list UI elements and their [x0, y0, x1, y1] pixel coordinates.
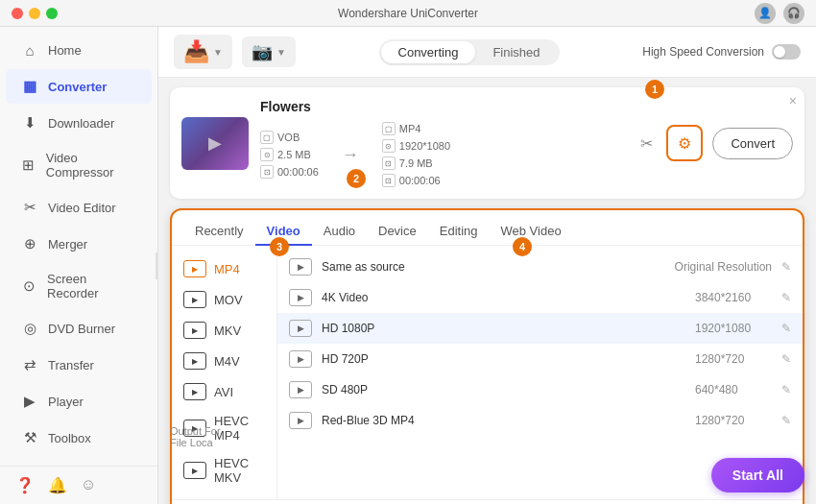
badge-3: 3 [270, 237, 289, 256]
edit-icon-720p[interactable]: ✎ [781, 352, 791, 366]
main-content: 📥 ▼ 📷 ▼ Converting Finished High Speed C… [158, 27, 816, 504]
sidebar-item-merger[interactable]: ⊕ Merger [6, 227, 152, 261]
sidebar: ⌂ Home ▦ Converter ⬇ Downloader ⊞ Video … [0, 27, 158, 504]
source-specs: ▢ VOB ⊙ 2.5 MB ⊡ 00:00:06 [260, 131, 319, 179]
sidebar-item-label: Screen Recorder [47, 272, 136, 300]
res-4k[interactable]: ▶ 4K Video 3840*2160 ✎ [277, 282, 803, 313]
format-bottom: 🔍 Create [172, 499, 803, 504]
settings-button[interactable]: ⚙ [666, 125, 703, 161]
sidebar-item-transfer[interactable]: ⇄ Transfer [6, 348, 152, 382]
format-icon: ▢ [260, 131, 274, 144]
sidebar-item-downloader[interactable]: ⬇ Downloader [6, 106, 152, 140]
target-specs: ▢ MP4 ⊙ 1920*1080 ⊡ 7.9 MB ⊡ [382, 122, 450, 187]
format-hevc-mkv[interactable]: ▶ HEVC MKV [172, 449, 276, 492]
merger-icon: ⊕ [21, 235, 38, 252]
sidebar-item-dvd-burner[interactable]: ◎ DVD Burner [6, 311, 152, 346]
status-tabs: Converting Finished [379, 39, 560, 65]
convert-button[interactable]: Convert [712, 128, 793, 159]
converter-icon: ▦ [21, 78, 38, 95]
format-tab-audio[interactable]: Audio [312, 218, 367, 246]
topbar-left: 📥 ▼ 📷 ▼ [174, 35, 296, 69]
format-tab-editing[interactable]: Editing [428, 218, 490, 246]
camera-chevron-icon: ▼ [276, 47, 286, 58]
res-1080p[interactable]: ▶ HD 1080P 1920*1080 ✎ [277, 313, 803, 344]
edit-icon-480p[interactable]: ✎ [781, 383, 791, 396]
format-list: ▶ MP4 ▶ MOV ▶ MKV ▶ M4V [172, 246, 277, 499]
sidebar-item-video-compressor[interactable]: ⊞ Video Compressor [6, 142, 152, 188]
target-res-icon: ⊙ [382, 139, 396, 153]
sidebar-item-home[interactable]: ⌂ Home [6, 34, 152, 67]
sidebar-item-label: Home [48, 43, 82, 58]
add-file-button[interactable]: 📥 ▼ [174, 35, 232, 69]
badge-2: 2 [347, 169, 366, 188]
finished-tab[interactable]: Finished [475, 41, 557, 63]
source-size: ⊙ 2.5 MB [260, 148, 319, 161]
sidebar-bottom: ❓ 🔔 ☺ [0, 466, 157, 504]
file-name: Flowers [260, 99, 629, 114]
format-tab-recently[interactable]: Recently [183, 218, 255, 246]
minimize-window-button[interactable] [29, 8, 40, 19]
start-all-button[interactable]: Start All [711, 458, 804, 492]
maximize-window-button[interactable] [46, 8, 58, 19]
scissors-button[interactable]: ✂ [640, 134, 653, 153]
target-size-icon: ⊡ [382, 156, 396, 170]
sidebar-item-player[interactable]: ▶ Player [6, 384, 152, 419]
sidebar-item-converter[interactable]: ▦ Converter [6, 69, 152, 104]
dvd-icon: ◎ [21, 320, 38, 337]
format-tabs: Recently Video Audio Device Editing Web … [172, 210, 803, 246]
res-icon-480p: ▶ [289, 381, 312, 398]
res-480p[interactable]: ▶ SD 480P 640*480 ✎ [277, 374, 803, 405]
player-icon: ▶ [21, 393, 38, 410]
user-icon[interactable]: 👤 [755, 3, 776, 24]
feedback-icon[interactable]: ☺ [81, 476, 96, 494]
format-mp4[interactable]: ▶ MP4 [172, 253, 276, 284]
window-controls[interactable] [12, 8, 58, 19]
file-card: 1 Flowers ▢ VOB ⊙ 2.5 MB [170, 87, 804, 199]
format-body: ▶ MP4 ▶ MOV ▶ MKV ▶ M4V [172, 246, 803, 499]
camera-icon: 📷 [252, 41, 273, 62]
high-speed-toggle[interactable] [772, 44, 801, 60]
format-avi[interactable]: ▶ AVI [172, 376, 276, 407]
converting-tab[interactable]: Converting [381, 41, 476, 63]
screen-recorder-icon: ⊙ [21, 277, 37, 295]
edit-icon-4k[interactable]: ✎ [781, 291, 791, 304]
m4v-icon: ▶ [183, 352, 206, 370]
headset-icon[interactable]: 🎧 [783, 3, 804, 24]
res-720p[interactable]: ▶ HD 720P 1280*720 ✎ [277, 344, 803, 374]
close-window-button[interactable] [12, 8, 23, 19]
format-mov[interactable]: ▶ MOV [172, 284, 276, 315]
transfer-icon: ⇄ [21, 356, 38, 373]
notification-icon[interactable]: 🔔 [48, 476, 67, 494]
res-3d[interactable]: ▶ Red-Blue 3D MP4 1280*720 ✎ [277, 405, 803, 436]
res-same-as-source[interactable]: ▶ Same as source Original Resolution ✎ [277, 252, 803, 282]
sidebar-item-label: Video Editor [48, 201, 116, 215]
sidebar-item-video-editor[interactable]: ✂ Video Editor [6, 190, 152, 225]
file-thumbnail [181, 117, 249, 170]
edit-icon-same[interactable]: ✎ [781, 260, 791, 274]
res-icon-4k: ▶ [289, 289, 312, 306]
sidebar-item-toolbox[interactable]: ⚒ Toolbox [6, 420, 152, 455]
titlebar: Wondershare UniConverter 👤 🎧 [0, 0, 816, 27]
badge-4: 4 [513, 237, 532, 256]
edit-icon-1080p[interactable]: ✎ [781, 322, 791, 335]
file-location-label: File Loca [170, 437, 221, 448]
close-card-button[interactable]: × [789, 93, 797, 108]
sidebar-item-label: Video Compressor [46, 151, 136, 180]
add-camera-button[interactable]: 📷 ▼ [242, 36, 296, 67]
res-icon-720p: ▶ [289, 350, 312, 368]
format-picker: 3 4 Recently Video Audio Device Editing … [170, 208, 804, 504]
file-actions: ✂ ⚙ Convert [640, 125, 793, 161]
target-resolution: ⊙ 1920*1080 [382, 139, 450, 153]
format-mkv[interactable]: ▶ MKV [172, 315, 276, 346]
edit-icon-3d[interactable]: ✎ [781, 414, 791, 427]
sidebar-item-screen-recorder[interactable]: ⊙ Screen Recorder [6, 263, 152, 309]
titlebar-right-icons: 👤 🎧 [755, 3, 804, 24]
downloader-icon: ⬇ [21, 114, 38, 132]
format-tab-web-video[interactable]: Web Video [490, 218, 573, 246]
badge-1: 1 [645, 80, 664, 99]
help-icon[interactable]: ❓ [15, 476, 35, 494]
format-tab-device[interactable]: Device [367, 218, 428, 246]
res-icon-same: ▶ [289, 258, 312, 276]
format-m4v[interactable]: ▶ M4V [172, 346, 276, 376]
target-format: ▢ MP4 [382, 122, 450, 135]
